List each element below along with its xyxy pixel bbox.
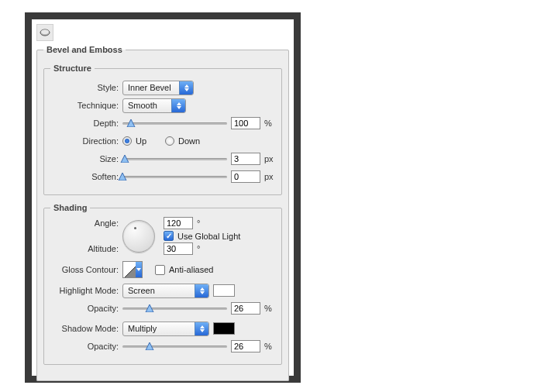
shadow-opacity-slider[interactable] [122, 341, 227, 352]
chevron-down-icon [136, 262, 142, 277]
highlight-opacity-input[interactable] [231, 302, 260, 315]
highlight-opacity-unit: % [264, 304, 275, 313]
altitude-input[interactable] [164, 242, 193, 255]
direction-up-label: Up [136, 136, 146, 146]
highlight-mode-value: Screen [123, 286, 195, 295]
svg-marker-3 [121, 155, 129, 163]
shadow-color-swatch[interactable] [213, 322, 235, 335]
highlight-mode-label: Highlight Mode: [50, 286, 119, 295]
shadow-mode-value: Multiply [123, 324, 195, 333]
size-slider[interactable] [122, 153, 227, 164]
svg-marker-2 [127, 119, 135, 127]
direction-label: Direction: [50, 136, 119, 146]
chevron-updown-icon [171, 99, 185, 112]
shading-title: Shading [50, 203, 90, 212]
shading-group: Shading Angle: ° Use Global Light Altitu… [43, 203, 282, 365]
structure-title: Structure [50, 64, 95, 73]
svg-marker-9 [146, 342, 153, 350]
direction-down-label: Down [178, 136, 200, 146]
dialog-frame: Bevel and Emboss Structure Style: Inner … [25, 12, 301, 383]
svg-marker-8 [146, 304, 153, 312]
chevron-updown-icon [195, 322, 208, 335]
style-select[interactable]: Inner Bevel [122, 81, 194, 95]
size-label: Size: [50, 154, 119, 163]
depth-input[interactable] [231, 117, 260, 129]
soften-unit: px [264, 172, 275, 181]
shadow-mode-label: Shadow Mode: [50, 324, 119, 333]
angle-input[interactable] [164, 217, 193, 229]
chevron-updown-icon [179, 81, 193, 95]
depth-unit: % [264, 119, 275, 128]
shadow-opacity-unit: % [264, 342, 275, 351]
angle-label: Angle: [50, 218, 119, 228]
anti-aliased-checkbox[interactable] [155, 265, 165, 275]
shadow-opacity-label: Opacity: [50, 342, 119, 351]
gloss-contour-picker[interactable] [122, 261, 143, 278]
direction-down-radio[interactable] [165, 136, 174, 146]
anti-aliased-label: Anti-aliased [169, 265, 213, 274]
soften-slider[interactable] [122, 171, 227, 182]
svg-marker-4 [119, 173, 126, 181]
use-global-light-checkbox[interactable] [164, 231, 174, 241]
angle-dial[interactable] [122, 220, 155, 253]
size-input[interactable] [231, 153, 260, 165]
shadow-mode-select[interactable]: Multiply [122, 322, 209, 336]
highlight-opacity-label: Opacity: [50, 304, 119, 313]
highlight-opacity-slider[interactable] [122, 303, 227, 314]
direction-up-radio[interactable] [122, 136, 132, 146]
altitude-label: Altitude: [50, 244, 119, 253]
structure-group: Structure Style: Inner Bevel Technique: … [43, 64, 282, 195]
style-select-value: Inner Bevel [123, 83, 179, 92]
highlight-color-swatch[interactable] [213, 284, 235, 297]
size-unit: px [264, 154, 275, 163]
depth-label: Depth: [50, 119, 119, 128]
technique-label: Technique: [50, 101, 119, 110]
chevron-updown-icon [195, 284, 208, 297]
style-label: Style: [50, 83, 119, 92]
technique-select-value: Smooth [123, 101, 171, 110]
depth-slider[interactable] [122, 118, 227, 129]
angle-unit: ° [197, 218, 208, 228]
shadow-opacity-input[interactable] [231, 340, 260, 352]
use-global-light-label: Use Global Light [177, 232, 240, 241]
svg-point-1 [41, 29, 49, 34]
technique-select[interactable]: Smooth [122, 98, 186, 113]
highlight-mode-select[interactable]: Screen [122, 284, 209, 298]
altitude-unit: ° [197, 244, 208, 253]
gloss-contour-label: Gloss Contour: [50, 265, 119, 274]
soften-input[interactable] [231, 170, 260, 183]
bevel-emboss-group: Bevel and Emboss Structure Style: Inner … [36, 45, 289, 381]
dialog-content: Bevel and Emboss Structure Style: Inner … [32, 19, 294, 376]
ellipse-tool-icon[interactable] [36, 24, 53, 41]
bevel-emboss-title: Bevel and Emboss [43, 45, 126, 54]
soften-label: Soften: [50, 172, 119, 181]
